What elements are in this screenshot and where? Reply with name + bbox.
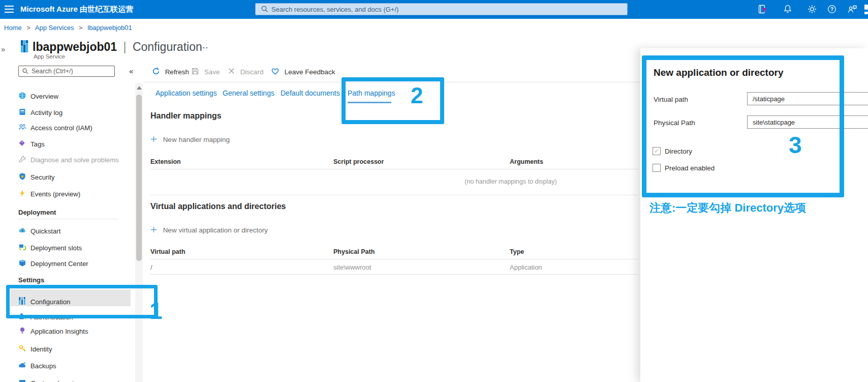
column-header-extension: Extension xyxy=(150,158,181,165)
annotation-note: 注意:一定要勾掉 Directory选项 xyxy=(649,200,806,216)
sidebar-section-deployment: Deployment xyxy=(18,209,56,216)
tab-application-settings[interactable]: Application settings xyxy=(156,89,217,97)
table-divider xyxy=(150,195,638,195)
app-service-sliders-icon xyxy=(18,39,30,55)
sidebar-item-tags[interactable]: Tags xyxy=(0,136,130,152)
global-search-box[interactable]: Search resources, services, and docs (G+… xyxy=(255,3,628,15)
tab-default-documents[interactable]: Default documents xyxy=(281,89,340,97)
toolbar-leave-feedback-button[interactable]: Leave Feedback xyxy=(271,67,335,77)
breadcrumb-separator: > xyxy=(26,24,30,32)
cube-icon xyxy=(18,259,26,269)
directory-filter-icon[interactable] xyxy=(757,4,767,16)
breadcrumb: Home > App Services > lbappwebjob01 xyxy=(4,24,132,32)
collapse-menu-chevron[interactable]: « xyxy=(129,67,133,75)
sidebar-item-events-preview[interactable]: Events (preview) xyxy=(0,186,130,201)
sidebar-item-overview[interactable]: Overview xyxy=(0,89,130,104)
scrollbar-up-arrow[interactable] xyxy=(137,86,142,90)
heart-icon xyxy=(271,69,280,77)
notifications-bell-icon[interactable] xyxy=(783,4,793,16)
column-header-script-processor: Script processor xyxy=(333,158,384,165)
sidebar-item-custom-domains[interactable]: Custom domains xyxy=(0,375,130,382)
feedback-person-icon[interactable] xyxy=(847,4,858,16)
cell-type: Application xyxy=(510,263,542,271)
user-account-cutoff xyxy=(864,5,868,10)
column-header-physical-path: Physical Path xyxy=(333,248,375,255)
cloud-backup-icon xyxy=(18,361,26,371)
sidebar-item-access-control-iam[interactable]: Access control (IAM) xyxy=(0,120,130,135)
page-name: Configuration xyxy=(133,40,202,53)
search-icon xyxy=(22,68,29,76)
global-search-placeholder: Search resources, services, and docs (G+… xyxy=(271,6,398,13)
page-title: lbappwebjob01 | Configuration xyxy=(33,40,202,54)
more-actions-button[interactable]: … xyxy=(199,40,208,51)
svg-text:?: ? xyxy=(830,7,833,12)
handler-mappings-title: Handler mappings xyxy=(150,111,222,121)
cloud-lightning-icon xyxy=(18,226,26,236)
sidebar-item-deployment-center[interactable]: Deployment Center xyxy=(0,256,130,271)
toolbar-save-button[interactable]: Save xyxy=(191,67,220,77)
handler-mappings-empty-state: (no handler mappings to display) xyxy=(464,178,556,185)
sidebar-item-identity[interactable]: Identity xyxy=(0,341,130,357)
breadcrumb-app-services-link[interactable]: App Services xyxy=(35,24,74,32)
breadcrumb-current-link[interactable]: lbappwebjob01 xyxy=(87,24,132,32)
annotation-number-2: 2 xyxy=(411,84,423,107)
divider xyxy=(18,219,118,219)
sidebar-search-box[interactable]: Search (Ctrl+/) xyxy=(18,66,115,77)
new-handler-mapping-link[interactable]: New handler mapping xyxy=(150,135,230,144)
save-icon xyxy=(191,69,199,77)
breadcrumb-home-link[interactable]: Home xyxy=(4,24,22,32)
annotation-number-1: 1 xyxy=(149,299,163,322)
sidebar-item-backups[interactable]: Backups xyxy=(0,358,130,373)
sidebar-section-settings: Settings xyxy=(18,276,44,284)
resource-name: lbappwebjob01 xyxy=(33,40,117,53)
lightning-icon xyxy=(18,189,26,199)
table-divider xyxy=(150,274,638,275)
wrench-icon xyxy=(18,155,26,165)
table-row[interactable]: / site\wwwroot Application xyxy=(150,259,638,274)
sidebar-search-placeholder: Search (Ctrl+/) xyxy=(32,68,73,75)
deployment-slots-icon xyxy=(18,243,26,253)
lightbulb-icon xyxy=(18,327,26,336)
breadcrumb-separator: > xyxy=(79,24,83,32)
sidebar-item-security[interactable]: Security xyxy=(0,169,130,185)
tag-icon xyxy=(18,139,26,149)
sidebar-item-quickstart[interactable]: Quickstart xyxy=(0,223,130,239)
sidebar-scrollbar-thumb[interactable] xyxy=(136,95,142,261)
plus-icon xyxy=(150,227,157,234)
virtual-apps-title: Virtual applications and directories xyxy=(150,202,286,211)
sidebar-item-diagnose-solve-problems[interactable]: Diagnose and solve problems xyxy=(0,152,130,167)
globe-monitor-icon xyxy=(18,378,26,382)
annotation-number-3: 3 xyxy=(789,133,802,157)
activity-log-icon xyxy=(18,108,26,117)
search-icon xyxy=(261,5,269,15)
key-icon xyxy=(18,344,26,354)
sidebar-item-application-insights[interactable]: Application Insights xyxy=(0,324,130,339)
cell-virtual-path: / xyxy=(150,263,152,271)
annotation-box-step3 xyxy=(642,55,844,197)
toolbar-refresh-button[interactable]: Refresh xyxy=(152,67,189,77)
help-icon[interactable]: ? xyxy=(827,4,837,16)
column-header-arguments: Arguments xyxy=(510,158,543,165)
shield-icon xyxy=(18,172,26,182)
annotation-box-step1 xyxy=(6,285,158,318)
people-icon xyxy=(18,123,26,133)
table-divider xyxy=(150,169,638,169)
annotation-box-step2 xyxy=(342,77,444,124)
resource-type-label: App Service xyxy=(34,53,65,60)
settings-gear-icon[interactable] xyxy=(807,4,817,16)
refresh-icon xyxy=(152,69,160,77)
column-header-virtual-path: Virtual path xyxy=(150,248,185,255)
cell-physical-path: site\wwwroot xyxy=(333,263,371,271)
hamburger-menu-icon[interactable] xyxy=(5,6,14,13)
sidebar-item-deployment-slots[interactable]: Deployment slots xyxy=(0,240,130,255)
toolbar-discard-button[interactable]: Discard xyxy=(228,67,263,76)
tab-general-settings[interactable]: General settings xyxy=(223,89,274,97)
discard-x-icon xyxy=(228,69,235,76)
new-virtual-application-link[interactable]: New virtual application or directory xyxy=(150,226,268,234)
azure-brand-title: Microsoft Azure 由世纪互联运营 xyxy=(20,5,133,14)
expand-panel-chevron[interactable]: » xyxy=(1,45,5,53)
column-header-type: Type xyxy=(510,248,524,255)
sidebar-item-activity-log[interactable]: Activity log xyxy=(0,105,130,120)
title-divider: | xyxy=(123,40,127,53)
user-account-cutoff-2 xyxy=(864,12,868,14)
